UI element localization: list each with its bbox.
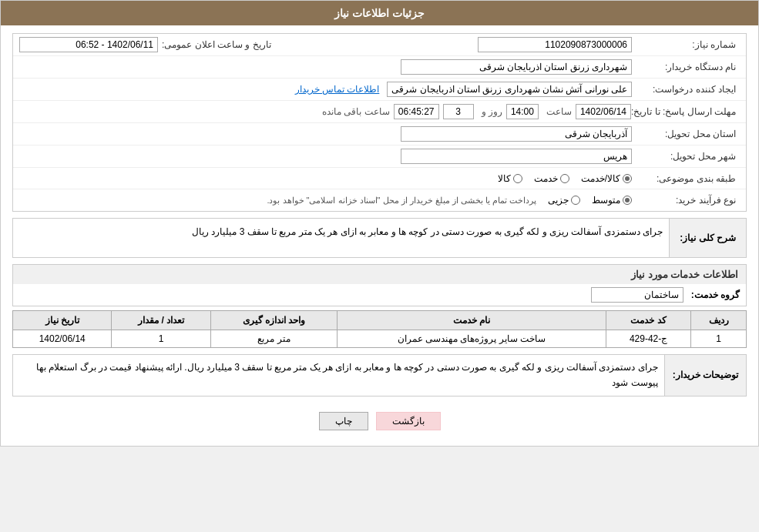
print-button[interactable]: چاپ [319,412,368,430]
purchase-type-jozi[interactable]: جزیی [548,195,580,206]
col-header-row: ردیف [691,311,747,330]
deadline-day-label: روز و [482,106,502,117]
purchase-note: پرداخت تمام یا بخشی از مبلغ خریدار از مح… [267,196,536,206]
deadline-date: 1402/06/14 [576,104,631,119]
cell-date: 1402/06/14 [13,330,112,348]
col-header-code: کد خدمت [606,311,691,330]
province-label: استان محل تحویل: [632,129,740,139]
cell-qty: 1 [112,330,210,348]
creator-value: علی نورانی آتش نشان شهرداری زرنق استان ا… [387,82,632,97]
cell-row-num: 1 [691,330,747,348]
purchase-type-label: نوع فرآیند خرید: [632,195,740,206]
deadline-label: مهلت ارسال پاسخ: تا تاریخ: [631,106,740,117]
col-header-unit: واحد اندازه گیری [210,311,337,330]
col-header-name: نام خدمت [338,311,606,330]
creator-label: ایجاد کننده درخواست: [632,84,740,95]
deadline-remaining: 06:45:27 [394,104,439,119]
category-label: طبقه بندی موضوعی: [632,173,740,184]
city-label: شهر محل تحویل: [632,151,740,162]
need-number-label: شماره نیاز: [632,39,740,50]
description-text: جرای دستمزدی آسفالت ریزی و لکه گیری به ص… [13,219,669,257]
cell-unit: متر مربع [210,330,337,348]
cell-code: ج-42-429 [606,330,691,348]
back-button[interactable]: بازگشت [376,412,441,430]
deadline-time: 14:00 [506,104,539,119]
buyer-notes-text: جرای دستمزدی آسفالت ریزی و لکه گیری به ص… [13,355,664,396]
deadline-days: 3 [443,104,474,119]
date-value: 1402/06/11 - 06:52 [19,37,158,52]
category-option-khadamat[interactable]: خدمت [534,173,569,184]
group-value: ساختمان [591,287,683,303]
page-header: جزئیات اطلاعات نیاز [1,1,758,25]
contact-link[interactable]: اطلاعات تماس خریدار [295,84,380,95]
button-row: بازگشت چاپ [12,404,747,438]
services-section-title: اطلاعات خدمات مورد نیاز [12,264,747,284]
service-table-row: 1 ج-42-429 ساخت سایر پروژه‌های مهندسی عم… [13,330,747,348]
category-option-kala[interactable]: کالا [498,173,522,184]
buyer-label: نام دستگاه خریدار: [632,62,740,72]
category-option-kala-khadamat[interactable]: کالا/خدمت [581,173,632,184]
province-value: آذربایجان شرقی [401,126,632,142]
buyer-value: شهرداری زرنق استان اذربایجان شرقی [401,59,632,75]
group-label: گروه خدمت: [691,289,740,300]
deadline-time-label: ساعت [546,106,572,117]
page-title: جزئیات اطلاعات نیاز [334,7,425,19]
buyer-notes-label: توضیحات خریدار: [664,355,746,396]
need-number-value: 1102090873000006 [478,37,632,52]
col-header-qty: تعداد / مقدار [112,311,210,330]
col-header-date: تاریخ نیاز [13,311,112,330]
deadline-remaining-label: ساعت باقی مانده [322,106,390,117]
date-label: تاریخ و ساعت اعلان عمومی: [162,39,271,50]
city-value: هریس [401,149,632,164]
description-label: شرح کلی نیاز: [669,219,746,257]
purchase-type-motavas[interactable]: متوسط [592,195,632,206]
cell-name: ساخت سایر پروژه‌های مهندسی عمران [338,330,606,348]
